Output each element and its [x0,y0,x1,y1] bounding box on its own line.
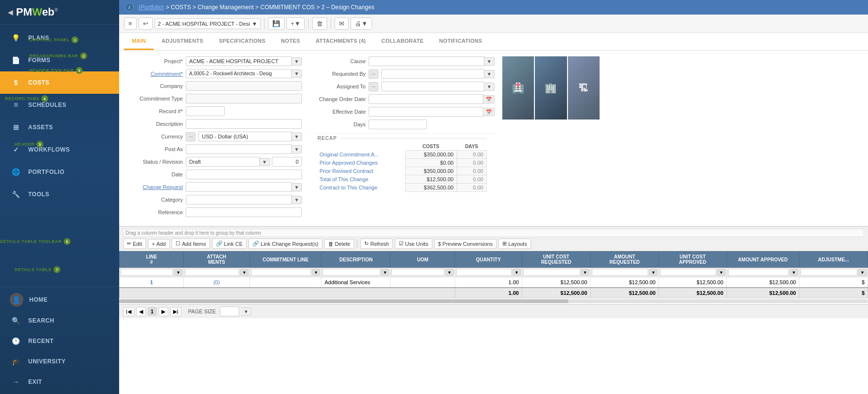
status-dropdown-btn[interactable]: ▼ [260,158,270,166]
filter-cl-btn[interactable]: ▼ [312,269,320,276]
change-order-date-calendar-btn[interactable]: 📅 [483,95,495,103]
prev-page-btn[interactable]: ◀ [136,307,146,316]
change-request-dropdown-btn[interactable]: ▼ [292,183,302,191]
sidebar-item-workflows[interactable]: ✓ WORKFLOWS [0,138,119,161]
cause-input[interactable] [369,56,484,66]
link-ce-button[interactable]: 🔗 Link CE [212,239,247,249]
tab-notes[interactable]: NOTES [273,33,308,50]
project-input[interactable] [186,56,292,66]
filter-qty-btn[interactable]: ▼ [513,269,521,276]
sidebar-item-costs[interactable]: $ COSTS [0,71,119,94]
details-table-wrapper[interactable]: LINE# ATTACHMENTS COMMITMENT LINE DESCRI… [119,251,868,304]
tab-attachments[interactable]: ATTACHMENTS (4) [308,33,373,50]
description-input[interactable]: Design Changes [186,119,302,129]
days-input[interactable]: 0.00 [369,120,427,129]
edit-button[interactable]: ✏ Edit [123,239,146,249]
record-input[interactable]: 2 [186,106,225,116]
delete-detail-button[interactable]: 🗑 Delete [324,239,354,249]
sidebar-item-forms[interactable]: 📄 FORMS [0,49,119,71]
sidebar-item-tools[interactable]: 🔧 TOOLS [0,183,119,206]
undo-button[interactable]: ↩ [139,17,153,30]
effective-date-input[interactable] [369,107,483,117]
filter-unit-cost-app[interactable] [660,269,716,276]
reference-input[interactable] [186,207,302,217]
sidebar-item-schedules[interactable]: ≡ SCHEDULES [0,94,119,116]
filter-amount-req[interactable] [592,269,649,276]
filter-ar-btn[interactable]: ▼ [649,269,657,276]
post-as-input[interactable]: Revised Scope [186,144,292,154]
filter-line-num[interactable] [121,269,173,276]
date-input[interactable]: Sep-27-2011 [186,170,302,179]
next-page-btn[interactable]: ▶ [159,307,168,316]
filter-adj-btn[interactable]: ▼ [858,269,867,276]
hamburger-button[interactable]: ≡ [124,17,137,30]
commitment-input[interactable] [186,69,292,78]
filter-attachments[interactable] [185,269,239,276]
sidebar-item-recent[interactable]: 🕐 RECENT [0,331,119,351]
category-input[interactable] [186,195,292,205]
add-detail-button[interactable]: + Add [148,239,170,249]
first-page-btn[interactable]: |◀ [123,307,134,316]
use-units-button[interactable]: ☑ Use Units [395,239,432,249]
filter-adjustment[interactable] [800,269,857,276]
filter-desc-btn[interactable]: ▼ [381,269,390,276]
info-icon[interactable]: i [125,3,134,12]
change-request-input[interactable] [186,182,292,192]
assigned-to-dropdown-btn[interactable]: ▼ [484,83,495,91]
filter-amount-app[interactable] [728,269,789,276]
sidebar-item-assets[interactable]: ⊞ ASSETS [0,116,119,138]
filter-quantity[interactable] [456,269,512,276]
effective-date-calendar-btn[interactable]: 📅 [483,108,495,116]
requested-by-dropdown-btn[interactable]: ▼ [484,70,495,78]
tab-specifications[interactable]: SPECIFICATIONS [211,33,273,50]
add-button[interactable]: +▼ [286,17,305,30]
filter-att-btn[interactable]: ▼ [240,269,248,276]
add-items-button[interactable]: ☐ Add Items [172,239,210,249]
cause-dropdown-btn[interactable]: ▼ [484,57,495,66]
page-size-dropdown-btn[interactable]: ▼ [241,308,251,316]
sidebar-collapse-arrow[interactable]: ◀ [8,8,13,16]
current-page-btn[interactable]: 1 [148,307,157,316]
commitment-dropdown-btn[interactable]: ▼ [292,69,302,78]
filter-ucr-btn[interactable]: ▼ [581,269,589,276]
change-order-date-input[interactable]: Sep-27-2011 [369,94,483,104]
commitment-label[interactable]: Commitment* [127,71,183,77]
project-dropdown-btn[interactable]: ▼ [292,57,302,66]
cell-attachments[interactable]: (0) [184,277,250,288]
assigned-to-input[interactable]: Rockwell Architects [381,82,484,91]
tab-main[interactable]: MAIN [124,33,154,50]
sidebar-item-university[interactable]: 🎓 UNIVERSITY [0,351,119,372]
page-size-input[interactable]: 60 [220,307,239,316]
refresh-button[interactable]: ↻ Refresh [360,239,393,249]
sidebar-item-exit[interactable]: → EXIT [0,372,119,392]
link-change-request-button[interactable]: 🔗 Link Change Request(s) [248,239,322,249]
category-dropdown-btn[interactable]: ▼ [292,196,302,204]
preview-conversions-button[interactable]: $ Preview Conversions [434,239,496,249]
sidebar-item-home[interactable]: 👤 HOME [0,289,119,310]
layouts-button[interactable]: ⊞ Layouts [498,239,531,249]
filter-unit-cost-req[interactable] [523,269,580,276]
filter-uom[interactable] [391,269,444,276]
tab-adjustments[interactable]: ADJUSTMENTS [154,33,211,50]
filter-line-btn[interactable]: ▼ [174,269,182,276]
assigned-to-ellipsis-btn[interactable]: ··· [369,82,378,91]
revision-input[interactable] [272,157,302,167]
sidebar-item-plans[interactable]: 💡 PLANS [0,27,119,49]
tab-notifications[interactable]: NOTIFICATIONS [431,33,490,50]
change-request-label[interactable]: Change Request [127,184,183,190]
breadcrumb-portfolio[interactable]: (Portfolio) [139,4,164,11]
print-button[interactable]: 🖨▼ [351,17,372,30]
currency-ellipsis-btn[interactable]: ··· [186,132,195,141]
currency-input[interactable] [198,132,292,141]
filter-commitment-line[interactable] [251,269,311,276]
email-button[interactable]: ✉ [335,17,349,30]
requested-by-ellipsis-btn[interactable]: ··· [369,69,378,79]
sidebar-item-portfolio[interactable]: 🌐 PORTFOLIO [0,161,119,183]
sidebar-item-search[interactable]: 🔍 SEARCH [0,310,119,331]
save-button[interactable]: 💾 [268,17,284,30]
filter-uca-btn[interactable]: ▼ [717,269,726,276]
filter-description[interactable] [322,269,380,276]
requested-by-input[interactable] [381,69,484,79]
record-dropdown[interactable]: 2 - ACME HOSPITAL PROJECT - Desi ▼ [155,18,261,29]
last-page-btn[interactable]: ▶| [170,307,181,316]
